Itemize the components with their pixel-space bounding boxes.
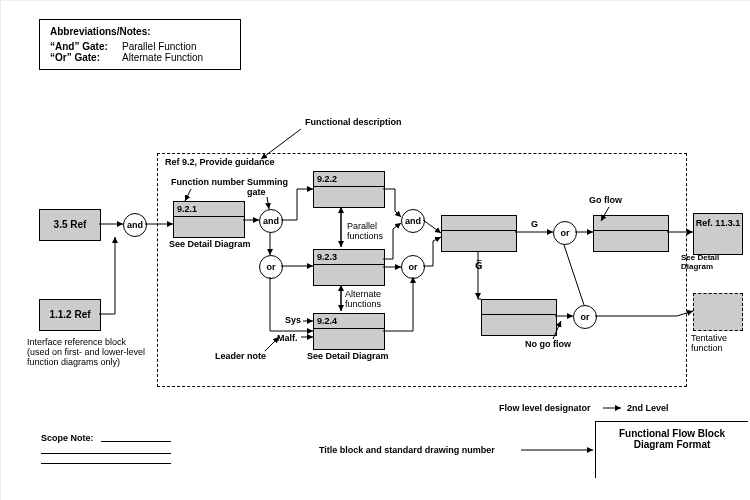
malf-label: Malf. (277, 333, 298, 343)
g-bar-label: G̅ (475, 261, 482, 271)
summing-gate: Summing gate (247, 177, 297, 197)
gate-and-1: and (123, 213, 147, 237)
block-9-2-2: 9.2.2 (313, 171, 385, 208)
ref-3-5: 3.5 Ref (39, 209, 101, 241)
or-gate-desc: Alternate Function (122, 52, 203, 63)
flow-level-label: Flow level designator (499, 403, 591, 413)
go-flow: Go flow (589, 195, 622, 205)
tentative-label: Tentative function (691, 333, 747, 353)
no-go-flow: No go flow (525, 339, 571, 349)
ref-1-1-2: 1.1.2 Ref (39, 299, 101, 331)
gate-or-4: or (573, 305, 597, 329)
tentative-block (693, 293, 743, 331)
block-lower (481, 299, 557, 336)
block-9-2-1-label: 9.2.1 (174, 202, 244, 217)
or-gate-label: “Or” Gate: (50, 52, 122, 63)
block-9-2-1: 9.2.1 (173, 201, 245, 238)
scope-note: Scope Note: (41, 433, 94, 443)
see-detail-2: See Detail Diagram (307, 351, 389, 361)
block-9-2-4: 9.2.4 (313, 313, 385, 350)
sys-label: Sys (285, 315, 301, 325)
block-right (593, 215, 669, 252)
context-title: Ref 9.2, Provide guidance (165, 157, 275, 167)
block-9-2-4-label: 9.2.4 (314, 314, 384, 329)
gate-or-1: or (259, 255, 283, 279)
scope-line-3 (41, 463, 171, 464)
func-desc: Functional description (305, 117, 402, 127)
gate-or-2: or (401, 255, 425, 279)
scope-line-1 (101, 441, 171, 442)
gate-or-3: or (553, 221, 577, 245)
title-block-text: Functional Flow Block Diagram Format (619, 428, 725, 450)
see-detail-3: See Detail Diagram (681, 253, 750, 271)
ref-11-3-1: Ref. 11.3.1 (693, 213, 743, 255)
block-9-2-3: 9.2.3 (313, 249, 385, 286)
leader-note: Leader note (215, 351, 266, 361)
block-9-2-3-label: 9.2.3 (314, 250, 384, 265)
block-9-2-2-label: 9.2.2 (314, 172, 384, 187)
parallel-functions: Parallel functions (347, 221, 397, 241)
iref-note: Interface reference block (used on first… (27, 337, 147, 367)
func-number: Function number (171, 177, 245, 187)
g-label: G (531, 219, 538, 229)
title-block-label: Title block and standard drawing number (319, 445, 495, 455)
title-block: Functional Flow Block Diagram Format (595, 421, 748, 478)
gate-and-2: and (259, 209, 283, 233)
and-gate-label: “And” Gate: (50, 41, 122, 52)
and-gate-desc: Parallel Function (122, 41, 196, 52)
block-mid (441, 215, 517, 252)
diagram-canvas: Abbreviations/Notes: “And” Gate:Parallel… (0, 0, 750, 500)
see-detail-1: See Detail Diagram (169, 239, 251, 249)
scope-line-2 (41, 453, 171, 454)
notes-heading: Abbreviations/Notes: (50, 26, 230, 37)
abbreviations-box: Abbreviations/Notes: “And” Gate:Parallel… (39, 19, 241, 70)
alternate-functions: Alternate functions (345, 289, 399, 309)
flow-level-val: 2nd Level (627, 403, 669, 413)
gate-and-3: and (401, 209, 425, 233)
